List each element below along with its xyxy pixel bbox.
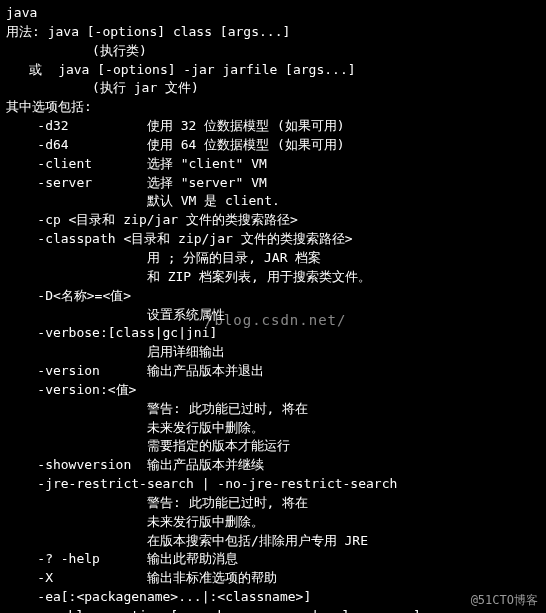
output-line: -jre-restrict-search | -no-jre-restrict-… xyxy=(6,475,540,494)
output-line: (执行 jar 文件) xyxy=(6,79,540,98)
output-line: 警告: 此功能已过时, 将在 xyxy=(6,494,540,513)
terminal-output: java 用法: java [-options] class [args...]… xyxy=(6,4,540,613)
output-line: 未来发行版中删除。 xyxy=(6,513,540,532)
output-line: -d64 使用 64 位数据模型 (如果可用) xyxy=(6,136,540,155)
output-line: 启用详细输出 xyxy=(6,343,540,362)
output-line: -client 选择 "client" VM xyxy=(6,155,540,174)
output-line: 其中选项包括: xyxy=(6,98,540,117)
output-line: java xyxy=(6,4,540,23)
output-line: -verbose:[class|gc|jni] xyxy=(6,324,540,343)
output-line: 用法: java [-options] class [args...] xyxy=(6,23,540,42)
output-line: (执行类) xyxy=(6,42,540,61)
output-line: 需要指定的版本才能运行 xyxy=(6,437,540,456)
output-line: 设置系统属性 xyxy=(6,306,540,325)
output-line: 或 java [-options] -jar jarfile [args...] xyxy=(6,61,540,80)
output-line: -D<名称>=<值> xyxy=(6,287,540,306)
output-line: -enableassertions[:<packagename>...|:<cl… xyxy=(6,607,540,613)
output-line: -classpath <目录和 zip/jar 文件的类搜索路径> xyxy=(6,230,540,249)
output-line: -version:<值> xyxy=(6,381,540,400)
output-line: -ea[:<packagename>...|:<classname>] xyxy=(6,588,540,607)
output-line: -version 输出产品版本并退出 xyxy=(6,362,540,381)
output-line: 默认 VM 是 client. xyxy=(6,192,540,211)
output-line: -server 选择 "server" VM xyxy=(6,174,540,193)
output-line: 在版本搜索中包括/排除用户专用 JRE xyxy=(6,532,540,551)
output-line: 用 ; 分隔的目录, JAR 档案 xyxy=(6,249,540,268)
output-line: -cp <目录和 zip/jar 文件的类搜索路径> xyxy=(6,211,540,230)
output-line: 未来发行版中删除。 xyxy=(6,419,540,438)
output-line: -? -help 输出此帮助消息 xyxy=(6,550,540,569)
output-line: -showversion 输出产品版本并继续 xyxy=(6,456,540,475)
output-line: 和 ZIP 档案列表, 用于搜索类文件。 xyxy=(6,268,540,287)
output-line: -X 输出非标准选项的帮助 xyxy=(6,569,540,588)
output-line: 警告: 此功能已过时, 将在 xyxy=(6,400,540,419)
output-line: -d32 使用 32 位数据模型 (如果可用) xyxy=(6,117,540,136)
